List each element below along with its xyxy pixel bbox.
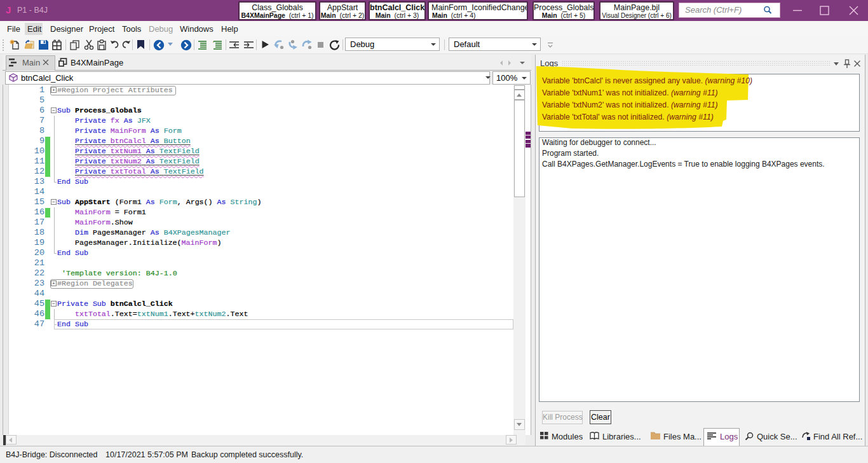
svg-text:': ' bbox=[213, 40, 214, 46]
